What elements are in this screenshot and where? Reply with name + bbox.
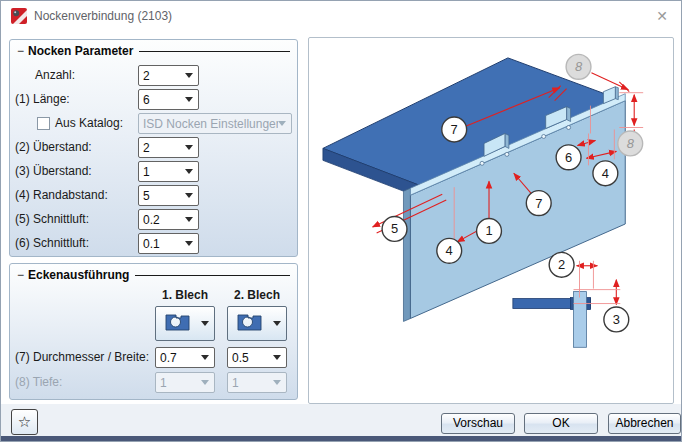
svg-text:5: 5 bbox=[391, 221, 398, 236]
svg-text:8: 8 bbox=[575, 59, 583, 74]
svg-text:4: 4 bbox=[446, 243, 453, 258]
chevron-down-icon bbox=[273, 380, 281, 385]
tiefe-combo-blech1: 1 bbox=[155, 372, 215, 393]
durchmesser-combo-blech1[interactable]: 0.7 bbox=[155, 347, 215, 368]
label-durchmesser-breite: (7) Durchmesser / Breite: bbox=[15, 350, 149, 364]
katalog-combo: ISD Nocken Einstellungen bbox=[138, 113, 292, 134]
svg-text:2: 2 bbox=[558, 257, 565, 272]
titlebar: Nockenverbindung (2103) ✕ bbox=[1, 1, 681, 31]
collapse-toggle-nocken[interactable]: − bbox=[17, 45, 24, 57]
chevron-down-icon bbox=[201, 355, 209, 360]
chevron-down-icon bbox=[185, 97, 193, 102]
label-ueberstand-2: (2) Überstand: bbox=[15, 140, 92, 154]
window-accent-strip bbox=[1, 436, 681, 441]
balloon-3: 3 bbox=[604, 307, 629, 332]
balloon-8b: 8 bbox=[618, 131, 643, 156]
anzahl-combo[interactable]: 2 bbox=[138, 65, 199, 86]
corner-type-combo-blech2[interactable] bbox=[227, 306, 287, 341]
chevron-down-icon bbox=[185, 241, 193, 246]
balloon-4a: 4 bbox=[593, 161, 618, 186]
chevron-down-icon bbox=[273, 355, 281, 360]
chevron-down-icon bbox=[185, 145, 193, 150]
label-schnittluft-6: (6) Schnittluft: bbox=[15, 236, 89, 250]
balloon-7a: 7 bbox=[442, 117, 467, 142]
balloon-8a: 8 bbox=[566, 54, 591, 79]
app-icon bbox=[11, 8, 27, 24]
svg-text:8: 8 bbox=[627, 136, 635, 151]
group-title-nocken: Nocken Parameter bbox=[28, 44, 133, 58]
balloon-7b: 7 bbox=[526, 191, 551, 216]
balloon-6: 6 bbox=[556, 145, 581, 170]
ueberstand-3-combo[interactable]: 1 bbox=[138, 161, 199, 182]
col-header-blech2: 2. Blech bbox=[227, 288, 287, 302]
label-schnittluft-5: (5) Schnittluft: bbox=[15, 212, 89, 226]
label-aus-katalog: Aus Katalog: bbox=[55, 116, 123, 130]
chevron-down-icon bbox=[185, 193, 193, 198]
dialog-title: Nockenverbindung (2103) bbox=[34, 9, 172, 23]
preview-svg: 7 8 8 6 4 7 5 4 1 2 3 bbox=[309, 38, 673, 403]
label-anzahl: Anzahl: bbox=[35, 68, 75, 82]
balloon-4b: 4 bbox=[437, 238, 462, 263]
tiefe-combo-blech2: 1 bbox=[227, 372, 287, 393]
corner-relief-icon bbox=[228, 312, 273, 336]
label-randabstand: (4) Randabstand: bbox=[15, 188, 108, 202]
schnittluft-6-combo[interactable]: 0.1 bbox=[138, 233, 199, 254]
star-icon: ☆ bbox=[18, 413, 31, 430]
schnittluft-5-combo[interactable]: 0.2 bbox=[138, 209, 199, 230]
group-title-ecken: Eckenausführung bbox=[28, 268, 129, 282]
chevron-down-icon bbox=[273, 321, 281, 326]
svg-text:3: 3 bbox=[613, 312, 620, 327]
chevron-down-icon bbox=[185, 73, 193, 78]
svg-text:7: 7 bbox=[451, 122, 458, 137]
laenge-combo[interactable]: 6 bbox=[138, 89, 199, 110]
aus-katalog-checkbox[interactable] bbox=[37, 117, 50, 130]
preview-viewport: 7 8 8 6 4 7 5 4 1 2 3 bbox=[308, 37, 674, 404]
label-laenge: (1) Länge: bbox=[15, 92, 70, 106]
chevron-down-icon bbox=[201, 380, 209, 385]
group-eckenausfuehrung: − Eckenausführung 1. Blech 2. Blech (7) … bbox=[9, 263, 298, 400]
group-rule bbox=[135, 275, 290, 276]
ok-button[interactable]: OK bbox=[524, 413, 598, 434]
chevron-down-icon bbox=[201, 321, 209, 326]
svg-text:7: 7 bbox=[535, 196, 542, 211]
label-tiefe: (8) Tiefe: bbox=[15, 375, 62, 389]
cross-section-detail bbox=[513, 292, 591, 348]
durchmesser-combo-blech2[interactable]: 0.5 bbox=[227, 347, 287, 368]
balloon-1: 1 bbox=[477, 219, 502, 244]
collapse-toggle-ecken[interactable]: − bbox=[17, 269, 24, 281]
group-rule bbox=[139, 51, 290, 52]
svg-text:4: 4 bbox=[602, 166, 609, 181]
vorschau-button[interactable]: Vorschau bbox=[441, 413, 515, 434]
group-nocken-parameter: − Nocken Parameter Anzahl: 2 (1) Länge: … bbox=[9, 39, 298, 257]
col-header-blech1: 1. Blech bbox=[155, 288, 215, 302]
corner-type-combo-blech1[interactable] bbox=[155, 306, 215, 341]
favorites-button[interactable]: ☆ bbox=[11, 409, 38, 435]
close-icon[interactable]: ✕ bbox=[653, 7, 671, 25]
randabstand-combo[interactable]: 5 bbox=[138, 185, 199, 206]
corner-relief-icon bbox=[156, 312, 201, 336]
balloon-5: 5 bbox=[382, 217, 407, 242]
svg-text:6: 6 bbox=[565, 150, 572, 165]
abbrechen-button[interactable]: Abbrechen bbox=[608, 413, 681, 434]
chevron-down-icon bbox=[185, 169, 193, 174]
chevron-down-icon bbox=[185, 217, 193, 222]
chevron-down-icon bbox=[278, 121, 286, 126]
balloon-2: 2 bbox=[549, 252, 574, 277]
label-ueberstand-3: (3) Überstand: bbox=[15, 164, 92, 178]
ueberstand-2-combo[interactable]: 2 bbox=[138, 137, 199, 158]
svg-text:1: 1 bbox=[485, 223, 492, 238]
dialog-nockenverbindung: Nockenverbindung (2103) ✕ − Nocken Param… bbox=[0, 0, 682, 442]
